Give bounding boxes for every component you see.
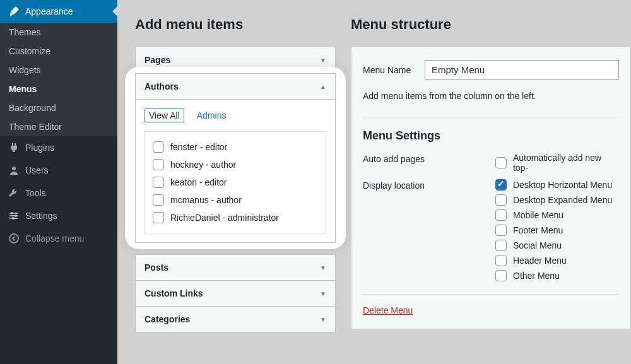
menu-structure-title: Menu structure [351,16,631,33]
display-location-options: Desktop Horizontal Menu Desktop Expanded… [495,179,612,281]
chevron-up-icon: ▲ [320,83,326,90]
authors-subtabs: View All Admins [144,109,326,122]
loc-mobile[interactable]: Mobile Menu [495,209,612,221]
loc-desktop-expanded[interactable]: Desktop Expanded Menu [495,194,612,206]
sidebar-item-label: Collapse menu [25,233,84,244]
author-checkbox[interactable] [153,194,164,206]
menu-structure-box: Menu Name Add menu items from the column… [351,47,631,329]
loc-checkbox[interactable] [495,209,507,221]
author-checkbox[interactable] [153,141,164,153]
sidebar-item-users[interactable]: Users [0,159,117,182]
sidebar-item-appearance[interactable]: Appearance [0,0,117,23]
menu-structure-column: Menu structure Menu Name Add menu items … [351,0,631,364]
sidebar-sub-themes[interactable]: Themes [0,23,117,42]
panel-posts-label: Posts [144,262,168,273]
panel-posts[interactable]: Posts ▼ [135,254,336,281]
loc-desktop-horizontal[interactable]: Desktop Horizontal Menu [495,179,612,191]
loc-footer[interactable]: Footer Menu [495,225,612,236]
collapse-icon [8,232,20,245]
panel-pages[interactable]: Pages ▼ [135,47,336,73]
sidebar-item-label: Settings [25,211,57,221]
display-location-label: Display location [363,179,495,191]
authors-highlight: Authors ▲ View All Admins fenster - edit… [131,73,339,243]
loc-other[interactable]: Other Menu [495,270,612,281]
wrench-icon [8,187,20,199]
panel-authors: Authors ▲ View All Admins fenster - edit… [135,73,336,243]
auto-add-checkbox-row[interactable]: Automatically add new top- [495,153,619,173]
panel-authors-label: Authors [144,81,179,91]
svg-point-1 [11,212,13,214]
sidebar-submenu-appearance: Themes Customize Widgets Menus Backgroun… [0,23,117,136]
loc-social[interactable]: Social Menu [495,240,612,251]
chevron-down-icon: ▼ [320,57,326,64]
loc-checkbox[interactable] [495,255,507,266]
author-checkbox[interactable] [153,159,164,170]
chevron-down-icon: ▼ [320,264,326,271]
sidebar-collapse[interactable]: Collapse menu [0,227,117,250]
chevron-down-icon: ▼ [320,316,326,323]
loc-checkbox[interactable] [495,225,507,236]
panel-categories-label: Categories [144,314,190,324]
author-item[interactable]: keaton - editor [153,173,318,191]
menu-settings-title: Menu Settings [363,129,619,143]
loc-checkbox[interactable] [495,194,507,206]
sidebar-item-label: Tools [25,188,46,198]
sidebar-item-settings[interactable]: Settings [0,204,117,227]
panel-pages-label: Pages [144,55,170,65]
chevron-down-icon: ▼ [320,290,326,297]
author-checkbox[interactable] [153,212,164,223]
main-content: Add menu items Pages ▼ Authors ▲ View Al… [117,0,631,364]
subtab-view-all[interactable]: View All [144,109,184,122]
panel-authors-header[interactable]: Authors ▲ [136,74,335,100]
author-item[interactable]: RichieDaniel - administrator [153,209,318,226]
author-item[interactable]: mcmanus - author [153,191,318,209]
panel-custom-links[interactable]: Custom Links ▼ [135,281,336,307]
admin-sidebar: Appearance Themes Customize Widgets Menu… [0,0,117,364]
svg-point-4 [9,234,18,243]
delete-menu-link[interactable]: Delete Menu [363,305,413,315]
sidebar-item-label: Appearance [25,6,73,16]
loc-checkbox[interactable] [495,270,507,281]
loc-checkbox[interactable] [495,179,507,191]
panel-categories[interactable]: Categories ▼ [135,307,336,332]
brush-icon [8,5,20,18]
auto-add-label: Auto add pages [363,153,495,164]
authors-list: fenster - editor hockney - author keaton… [144,131,326,233]
sidebar-sub-menus[interactable]: Menus [0,79,117,98]
users-icon [8,164,20,177]
loc-header[interactable]: Header Menu [495,255,612,266]
subtab-admins[interactable]: Admins [193,109,230,122]
sidebar-sub-customize[interactable]: Customize [0,42,117,61]
sidebar-item-label: Plugins [25,143,54,153]
author-checkbox[interactable] [153,177,164,188]
sidebar-sub-background[interactable]: Background [0,98,117,117]
sidebar-item-label: Users [25,165,49,175]
auto-add-checkbox[interactable] [495,157,507,168]
menu-help-text: Add menu items from the column on the le… [363,91,619,101]
sidebar-sub-widgets[interactable]: Widgets [0,61,117,79]
author-item[interactable]: fenster - editor [153,138,318,156]
sliders-icon [8,209,20,222]
menu-name-input[interactable] [425,60,619,79]
panel-authors-body: View All Admins fenster - editor hockney… [136,100,335,242]
author-item[interactable]: hockney - author [153,156,318,173]
sidebar-sub-theme-editor[interactable]: Theme Editor [0,117,117,136]
panel-custom-links-label: Custom Links [144,288,203,298]
add-menu-items-column: Add menu items Pages ▼ Authors ▲ View Al… [135,0,336,364]
loc-checkbox[interactable] [495,240,507,251]
svg-point-3 [12,217,15,220]
svg-point-2 [15,214,17,217]
sidebar-item-tools[interactable]: Tools [0,182,117,204]
sidebar-item-plugins[interactable]: Plugins [0,136,117,159]
svg-point-0 [12,167,16,170]
menu-name-label: Menu Name [363,65,425,75]
add-items-title: Add menu items [135,16,336,33]
plug-icon [8,141,20,154]
